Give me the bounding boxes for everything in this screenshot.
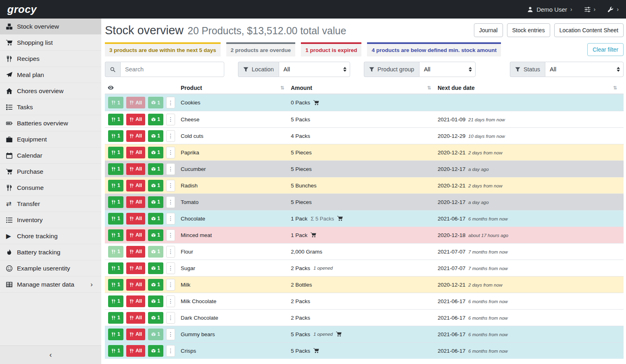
filter-select-product-group[interactable]: All (419, 62, 476, 77)
stock-entries-button[interactable]: Stock entries (507, 23, 550, 37)
sidebar-item-tasks[interactable]: Tasks (0, 99, 101, 115)
consume-one-button[interactable]: 1 (108, 114, 123, 125)
status-banner-minstock[interactable]: 4 products are below defined min. stock … (367, 42, 501, 56)
open-one-button[interactable]: 1 (148, 196, 163, 208)
sidebar-item-chore-tracking[interactable]: ▶Chore tracking (0, 228, 101, 244)
consume-all-button[interactable]: All (126, 163, 145, 175)
consume-one-button[interactable]: 1 (108, 246, 123, 258)
sort-icon[interactable]: ⇅ (427, 85, 431, 90)
open-one-button[interactable]: 1 (148, 279, 163, 291)
sidebar-item-consume[interactable]: Consume (0, 180, 101, 196)
consume-one-button[interactable]: 1 (108, 180, 123, 191)
open-one-button[interactable]: 1 (148, 213, 163, 225)
consume-all-button[interactable]: All (126, 295, 145, 307)
consume-all-button[interactable]: All (126, 345, 145, 357)
row-menu-button[interactable]: ⋮ (166, 130, 175, 142)
user-menu[interactable]: Demo User› (527, 6, 572, 13)
row-menu-button[interactable]: ⋮ (166, 147, 175, 158)
sidebar-item-recipes[interactable]: Recipes (0, 51, 101, 67)
consume-all-button[interactable]: All (126, 196, 145, 208)
row-menu-button[interactable]: ⋮ (166, 163, 175, 175)
consume-all-button[interactable]: All (126, 97, 145, 108)
table-row[interactable]: 1All1⋮Flour2,000 Grams2021-07-077 months… (105, 243, 624, 260)
row-menu-button[interactable]: ⋮ (166, 114, 175, 125)
consume-one-button[interactable]: 1 (108, 196, 123, 208)
consume-one-button[interactable]: 1 (108, 163, 123, 175)
open-one-button[interactable]: 1 (148, 246, 163, 258)
open-one-button[interactable]: 1 (148, 329, 163, 340)
consume-one-button[interactable]: 1 (108, 213, 123, 225)
status-banner-warning[interactable]: 3 products are due within the next 5 day… (105, 42, 221, 56)
consume-all-button[interactable]: All (126, 262, 145, 274)
open-one-button[interactable]: 1 (148, 147, 163, 158)
open-one-button[interactable]: 1 (148, 295, 163, 307)
row-menu-button[interactable]: ⋮ (166, 196, 175, 208)
filter-select-location[interactable]: All (279, 62, 350, 77)
table-row[interactable]: 1All1⋮Cheese5 Packs2021-01-0921 days fro… (105, 111, 624, 127)
table-row[interactable]: 1All1⋮Cucumber5 Pieces2020-12-17a day ag… (105, 160, 624, 177)
sidebar-item-inventory[interactable]: Inventory (0, 212, 101, 228)
consume-all-button[interactable]: All (126, 180, 145, 191)
open-one-button[interactable]: 1 (148, 163, 163, 175)
open-one-button[interactable]: 1 (148, 180, 163, 191)
consume-one-button[interactable]: 1 (108, 312, 123, 324)
row-menu-button[interactable]: ⋮ (166, 262, 175, 274)
table-row[interactable]: 1All1⋮Dark Chocolate2 Packs2021-06-176 m… (105, 309, 624, 326)
row-menu-button[interactable]: ⋮ (166, 180, 175, 191)
consume-all-button[interactable]: All (126, 114, 145, 125)
open-one-button[interactable]: 1 (148, 345, 163, 357)
sidebar-item-stock-overview[interactable]: Stock overview (0, 19, 101, 35)
column-header-amount[interactable]: Amount⇅ (291, 82, 438, 94)
journal-button[interactable]: Journal (474, 23, 503, 37)
open-one-button[interactable]: 1 (148, 229, 163, 241)
open-one-button[interactable]: 1 (148, 97, 163, 108)
row-menu-button[interactable]: ⋮ (166, 312, 175, 324)
column-header-product[interactable]: Product⇅ (181, 82, 291, 94)
consume-one-button[interactable]: 1 (108, 229, 123, 241)
table-row[interactable]: 1All1⋮Tomato5 Pieces2020-12-17a day ago (105, 193, 624, 210)
consume-one-button[interactable]: 1 (108, 345, 123, 357)
tools-menu[interactable]: › (607, 6, 619, 12)
eye-column-toggle[interactable] (105, 85, 181, 91)
filter-select-status[interactable]: All (545, 62, 624, 77)
table-row[interactable]: 1All1⋮Milk2 Bottles2020-12-212 days from… (105, 276, 624, 293)
consume-all-button[interactable]: All (126, 312, 145, 324)
sidebar-item-calendar[interactable]: Calendar (0, 148, 101, 164)
consume-one-button[interactable]: 1 (108, 97, 123, 108)
row-menu-button[interactable]: ⋮ (166, 213, 175, 225)
consume-one-button[interactable]: 1 (108, 130, 123, 142)
consume-all-button[interactable]: All (126, 279, 145, 291)
location-content-sheet-button[interactable]: Location Content Sheet (554, 23, 624, 37)
sidebar-item-chores-overview[interactable]: Chores overview (0, 83, 101, 99)
consume-one-button[interactable]: 1 (108, 279, 123, 291)
consume-all-button[interactable]: All (126, 130, 145, 142)
consume-one-button[interactable]: 1 (108, 147, 123, 158)
sidebar-item-batteries-overview[interactable]: Batteries overview (0, 115, 101, 131)
consume-all-button[interactable]: All (126, 246, 145, 258)
clear-filter-button[interactable]: Clear filter (587, 43, 624, 56)
row-menu-button[interactable]: ⋮ (166, 97, 175, 108)
row-menu-button[interactable]: ⋮ (166, 295, 175, 307)
open-one-button[interactable]: 1 (148, 130, 163, 142)
table-row[interactable]: 1All1⋮Sugar2 Packs1 opened2021-07-077 mo… (105, 260, 624, 276)
table-row[interactable]: 1All1⋮Minced meat1 Pack2020-12-18about 1… (105, 227, 624, 243)
sidebar-item-equipment[interactable]: Equipment (0, 131, 101, 148)
sidebar-item-example-userentity[interactable]: Example userentity (0, 260, 101, 277)
table-row[interactable]: 1All1⋮Radish5 Bunches2020-12-212 days fr… (105, 177, 624, 193)
column-header-next-due-date[interactable]: Next due date⇅ (438, 82, 624, 94)
sidebar-item-meal-plan[interactable]: Meal plan (0, 67, 101, 83)
status-banner-danger[interactable]: 1 product is expired (301, 42, 361, 56)
consume-one-button[interactable]: 1 (108, 329, 123, 340)
sort-icon[interactable]: ⇅ (280, 85, 284, 90)
sidebar-item-battery-tracking[interactable]: Battery tracking (0, 244, 101, 260)
consume-all-button[interactable]: All (126, 213, 145, 225)
row-menu-button[interactable]: ⋮ (166, 345, 175, 357)
table-row[interactable]: 1All1⋮Cookies0 Packs (105, 94, 624, 111)
open-one-button[interactable]: 1 (148, 114, 163, 125)
row-menu-button[interactable]: ⋮ (166, 279, 175, 291)
table-row[interactable]: 1All1⋮Crisps5 Packs2021-06-176 months fr… (105, 342, 624, 359)
consume-one-button[interactable]: 1 (108, 295, 123, 307)
sidebar-item-purchase[interactable]: Purchase (0, 164, 101, 180)
app-logo[interactable]: grocy (7, 3, 37, 16)
consume-one-button[interactable]: 1 (108, 262, 123, 274)
